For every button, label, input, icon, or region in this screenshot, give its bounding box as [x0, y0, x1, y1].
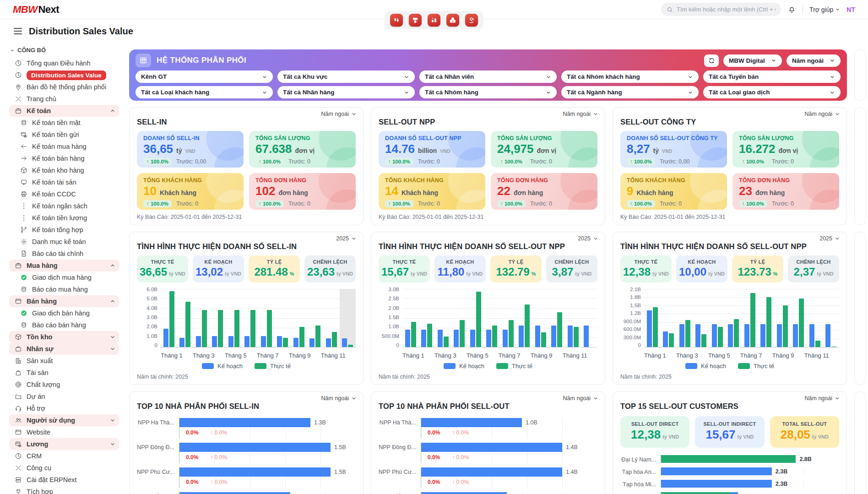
sidebar-item[interactable]: Tồn kho	[9, 331, 119, 343]
chart-bar	[712, 324, 717, 347]
help-menu[interactable]: Trợ giúp	[809, 6, 840, 13]
inventory-app-icon[interactable]	[390, 14, 403, 27]
filter-select[interactable]: Tất cả Loại giao dịch	[703, 86, 841, 98]
bar-group	[644, 289, 661, 347]
sidebar-item[interactable]: Giao dịch bán hàng	[9, 307, 119, 319]
sidebar-item[interactable]: Kế toán kho hàng	[9, 164, 119, 176]
hbar-growth: 0.0%↑ 0.0%	[179, 477, 356, 488]
refresh-button[interactable]	[704, 54, 719, 67]
filter-select[interactable]: Tất cả Nhóm khách hàng	[561, 71, 699, 83]
kpi-tile: DOANH SỐ SELL-IN36,65tỷVND↑ 100.0%Trước:…	[137, 131, 244, 168]
sidebar-item[interactable]: Kế toán tiền mặt	[9, 117, 119, 129]
card-period-select[interactable]: Năm ngoái	[805, 111, 840, 117]
chart-bar	[185, 302, 190, 347]
card-period-select[interactable]: Năm ngoái	[563, 395, 598, 402]
sidebar-item[interactable]: Danh mục kế toán	[9, 236, 119, 248]
chart-bar	[405, 330, 410, 347]
card-period-select[interactable]: Năm ngoái	[321, 111, 357, 117]
sidebar-item[interactable]: Kế toán tổng hợp	[9, 224, 119, 236]
tile-unit: đơn vị	[295, 147, 315, 154]
card-period-select[interactable]: 2025	[336, 235, 357, 242]
company-select[interactable]: MBW Digital	[723, 54, 782, 67]
sidebar-item[interactable]: Trang chủ	[9, 93, 119, 105]
card-period-select[interactable]: Năm ngoái	[805, 395, 840, 402]
hbar-zone: 2.3B	[661, 480, 839, 488]
sidebar-item[interactable]: Chất lượng	[9, 379, 119, 391]
x-tick-label: Tháng 7	[257, 352, 279, 359]
bar-group	[161, 289, 177, 347]
sellout-stat-chips: SELL-OUT DIRECT12,38tỷ VNDSELL-OUT INDIR…	[620, 416, 839, 448]
sidebar-item[interactable]: CRM	[9, 450, 119, 462]
sidebar-item[interactable]: Kế toán ngân sách	[9, 200, 119, 212]
bell-icon[interactable]	[787, 5, 796, 14]
sidebar-item[interactable]: Kế toán CCDC	[9, 188, 119, 200]
sidebar-item[interactable]: Tích hợp	[9, 486, 119, 494]
filter-select[interactable]: Tất cả Nhân viên	[419, 71, 557, 83]
tile-value: 23	[739, 184, 752, 198]
x-tick-label	[666, 352, 676, 359]
global-search[interactable]	[661, 3, 781, 16]
sidebar-item[interactable]: Giao dịch mua hàng	[9, 271, 119, 283]
search-input[interactable]	[677, 6, 776, 13]
sidebar-item[interactable]: Nhân sự	[9, 343, 119, 355]
stat-value: 23,63	[307, 266, 335, 278]
filter-select[interactable]: Tất cả Tuyến bán	[703, 71, 841, 83]
sidebar-item[interactable]: Lương	[9, 438, 119, 450]
hbar-growth-delta: ↑ 0.0%	[210, 479, 227, 485]
sidebar-item[interactable]: Tổng quan Điều hành	[9, 57, 119, 69]
bar-group	[226, 289, 242, 347]
card-period-select[interactable]: 2025	[578, 235, 598, 242]
y-axis-labels: 3.0B2.5B2.0B1.5B1.0B500.0M0	[379, 287, 402, 348]
payment-app-icon[interactable]	[446, 14, 459, 27]
sidebar-item[interactable]: Người sử dụng	[9, 414, 119, 426]
route-app-icon[interactable]	[465, 14, 478, 27]
hbar-growth-pct: 0.0%	[186, 479, 198, 485]
banner-period-select[interactable]: Năm ngoái	[787, 54, 841, 67]
card-period-select[interactable]: Năm ngoái	[321, 395, 357, 402]
sidebar-section-cong-bo[interactable]: CÔNG BỐ	[9, 44, 119, 57]
filter-select[interactable]: Tất cả Nhãn hàng	[277, 86, 415, 98]
sidebar-item[interactable]: Công cụ	[9, 462, 119, 474]
sidebar-item[interactable]: Kế toán mua hàng	[9, 141, 119, 152]
sidebar-item[interactable]: Hỗ trợ	[9, 402, 119, 414]
workflow-app-icon[interactable]	[409, 14, 422, 27]
sidebar-item[interactable]: Bản đồ hệ thống phân phối	[9, 81, 119, 93]
filter-select[interactable]: Tất cả Khu vực	[277, 71, 415, 83]
stock-app-icon[interactable]	[428, 14, 440, 27]
legend-swatch	[685, 363, 697, 369]
sidebar-item[interactable]: Kế toán tiền gửi	[9, 129, 119, 141]
filter-select[interactable]: Tất cả Nhóm hàng	[419, 86, 557, 98]
sidebar-item[interactable]: Sản xuất	[9, 355, 119, 367]
sidebar-item[interactable]: Báo cáo bán hàng	[9, 319, 119, 331]
user-avatar[interactable]: NT	[846, 6, 855, 13]
mbw-next-logo[interactable]: MBWNext	[13, 4, 59, 16]
chevron-down-icon	[404, 74, 409, 80]
sidebar-item[interactable]: Kế toán bán hàng	[9, 152, 119, 164]
sidebar-item[interactable]: Báo cáo mua hàng	[9, 283, 119, 295]
sidebar-item[interactable]: Dự án	[9, 391, 119, 402]
sidebar-item[interactable]: Distribution Sales Value	[9, 69, 119, 81]
filter-select[interactable]: Tất cả Ngành hàng	[561, 86, 699, 98]
sidebar-item[interactable]: Kế toán tài sản	[9, 176, 119, 188]
sidebar-item[interactable]: Báo cáo tài chính	[9, 248, 119, 260]
sidebar-item[interactable]: Cài đặt ERPNext	[9, 474, 119, 486]
card-period-select[interactable]: 2025	[819, 235, 840, 242]
hbar-growth: 0.0%↑ 0.0%	[179, 452, 356, 463]
sidebar-item[interactable]: Kế toán tiền lương	[9, 212, 119, 224]
filter-select[interactable]: Tất cả Loại khách hàng	[136, 86, 273, 98]
stat-chip: THỰC TẾ15,67tỷ VND	[379, 255, 430, 282]
sidebar-item[interactable]: Bán hàng	[9, 295, 119, 307]
hamburger-menu-icon[interactable]	[14, 28, 22, 34]
sidebar-item[interactable]: Kế toán	[9, 105, 119, 117]
stat-value: 2,37	[794, 266, 815, 278]
sidebar-item[interactable]: Tài sản	[9, 367, 119, 379]
chart-bar	[519, 326, 524, 347]
card-title: SELL-OUT CÔNG TY	[620, 118, 839, 126]
legend-item: Kế hoạch	[202, 363, 243, 369]
chart-bar	[695, 324, 700, 347]
stat-unit: %	[532, 271, 536, 277]
sidebar-item[interactable]: Mua hàng	[9, 260, 119, 271]
card-period-select[interactable]: Năm ngoái	[563, 111, 598, 117]
filter-select[interactable]: Kênh GT	[136, 71, 273, 83]
sidebar-item[interactable]: Website	[9, 426, 119, 438]
